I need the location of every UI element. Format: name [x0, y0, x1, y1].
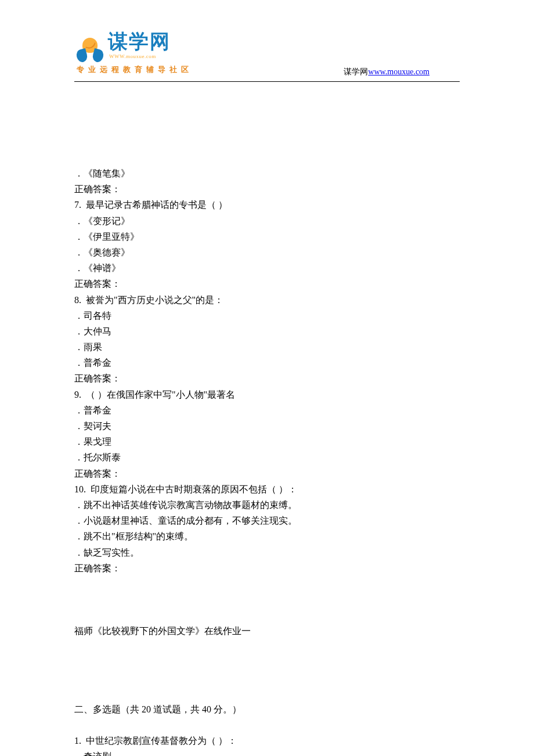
text-line: ．普希金 — [74, 402, 460, 418]
text-line: ．奇迹剧 — [74, 748, 460, 756]
text-line: ．司各特 — [74, 308, 460, 323]
text-line: 9. （ ）在俄国作家中写"小人物"最著名 — [74, 387, 460, 402]
text-line: ．雨果 — [74, 339, 460, 355]
text-line: 8. 被誉为"西方历史小说之父"的是： — [74, 292, 460, 308]
text-line: ．果戈理 — [74, 434, 460, 449]
logo-subtitle: 专业远程教育辅导社区 — [77, 63, 193, 76]
text-line: 7. 最早记录古希腊神话的专书是（ ） — [74, 197, 460, 213]
text-line: ．《变形记》 — [74, 213, 460, 229]
text-line: ．《随笔集》 — [74, 165, 460, 181]
site-link[interactable]: www.mouxue.com — [368, 67, 430, 76]
text-line: ．托尔斯泰 — [74, 449, 460, 465]
text-line: 正确答案： — [74, 181, 460, 197]
site-label: 谋学网 — [344, 67, 368, 76]
logo-title: 谋学网 — [108, 31, 171, 51]
text-line: ．跳不出神话英雄传说宗教寓言动物故事题材的束缚。 — [74, 497, 460, 513]
text-line: 1. 中世纪宗教剧宣传基督教分为（ ）： — [74, 733, 460, 748]
page-header: 谋学网 WWW.mouxue.com 专业远程教育辅导社区 谋学网www.mou… — [0, 0, 534, 75]
document-body: ．《随笔集》 正确答案： 7. 最早记录古希腊神话的专书是（ ） ．《变形记》 … — [0, 75, 534, 756]
text-line: 正确答案： — [74, 466, 460, 481]
logo-url: WWW.mouxue.com — [109, 52, 171, 61]
text-line: ．《伊里亚特》 — [74, 229, 460, 244]
text-line: ．大仲马 — [74, 323, 460, 339]
text-line: ．缺乏写实性。 — [74, 545, 460, 560]
text-line: ．小说题材里神话、童话的成分都有，不够关注现实。 — [74, 513, 460, 528]
part-title: 二、多选题（共 20 道试题，共 40 分。） — [74, 701, 460, 717]
text-line: ．普希金 — [74, 355, 460, 370]
text-line: ．《神谱》 — [74, 260, 460, 276]
text-line: 正确答案： — [74, 370, 460, 386]
text-line: ．跳不出"框形结构"的束缚。 — [74, 528, 460, 544]
header-sitelink: 谋学网www.mouxue.com — [344, 65, 430, 79]
text-line: 正确答案： — [74, 276, 460, 291]
section-title: 福师《比较视野下的外国文学》在线作业一 — [74, 623, 460, 639]
text-line: ．契诃夫 — [74, 418, 460, 434]
site-logo: 谋学网 WWW.mouxue.com 专业远程教育辅导社区 — [75, 31, 193, 76]
text-line: 正确答案： — [74, 560, 460, 576]
logo-icon — [75, 38, 104, 61]
text-line: ．《奥德赛》 — [74, 244, 460, 260]
text-line: 10. 印度短篇小说在中古时期衰落的原因不包括（ ）： — [74, 481, 460, 497]
header-divider — [74, 81, 460, 82]
